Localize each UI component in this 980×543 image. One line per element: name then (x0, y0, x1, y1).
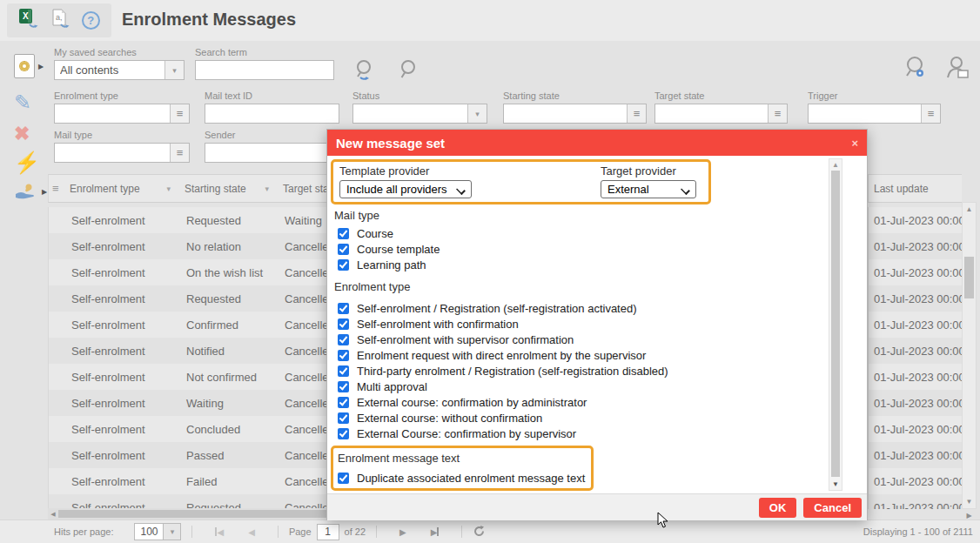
picker-icon[interactable]: ≡ (627, 104, 646, 123)
column-enrolment-type[interactable]: Enrolment type ▾ (64, 175, 179, 202)
checkbox-option[interactable]: External Course: confirmation by supervi… (338, 428, 668, 439)
sort-arrow-icon[interactable]: ▾ (265, 184, 269, 193)
search-refresh-icon[interactable] (353, 57, 378, 87)
checkbox-checked-icon[interactable] (338, 244, 349, 255)
search-term-box[interactable] (195, 60, 334, 80)
text-export-icon[interactable]: a, (50, 8, 72, 34)
page-number-input[interactable] (317, 524, 339, 540)
refresh-icon[interactable] (473, 525, 486, 540)
checkbox-option[interactable]: Duplicate associated enrolment message t… (338, 473, 585, 484)
saved-searches-select[interactable]: ▾ (54, 60, 185, 80)
checkbox-option[interactable]: Multi approval (338, 381, 668, 392)
checkbox-option[interactable]: Learning path (338, 259, 440, 271)
search-term-input[interactable] (196, 61, 333, 79)
column-starting-state[interactable]: Starting state ▾ (179, 175, 278, 202)
picker-icon[interactable]: ≡ (768, 104, 787, 123)
filter-label: Target state (654, 90, 788, 101)
search-icon[interactable] (397, 57, 421, 87)
template-provider-select[interactable]: Include all providers (339, 180, 472, 198)
mail-type-input[interactable]: ≡ (54, 143, 190, 163)
vertical-scrollbar[interactable]: ▲ ▼ (962, 202, 977, 509)
starting-state-input[interactable]: ≡ (503, 104, 647, 124)
sender-input[interactable] (205, 143, 339, 163)
scroll-down-icon[interactable]: ▼ (829, 480, 842, 488)
checkbox-label: Self-enrolment / Registration (self-regi… (357, 302, 637, 315)
first-page-button[interactable]: ◀ (215, 527, 224, 537)
checkbox-option[interactable]: Course (338, 228, 440, 239)
expand-arrow-icon[interactable]: ▶ (42, 188, 47, 196)
checkbox-checked-icon[interactable] (338, 397, 349, 408)
target-provider-label: Target provider (601, 164, 676, 178)
scroll-up-icon[interactable]: ▲ (829, 161, 842, 169)
scrollbar-thumb[interactable] (964, 257, 974, 298)
checkbox-checked-icon[interactable] (338, 412, 349, 424)
checkbox-option[interactable]: External course: without confirmation (338, 412, 668, 424)
delete-icon[interactable]: ✖ (14, 123, 30, 145)
trigger-input[interactable]: ≡ (808, 104, 941, 124)
picker-icon[interactable]: ≡ (921, 104, 940, 123)
checkbox-option[interactable]: Self-enrolment with supervisor confirmat… (338, 334, 668, 345)
chevron-down-icon[interactable]: ▾ (164, 523, 181, 540)
scroll-down-icon[interactable]: ▼ (963, 498, 976, 506)
chevron-down-icon[interactable]: ▾ (164, 61, 184, 79)
column-last-update[interactable]: Last update (868, 175, 963, 202)
cell-starting-state: Concluded (179, 416, 278, 442)
search-settings-icon[interactable] (902, 54, 930, 87)
checkbox-checked-icon[interactable] (338, 381, 349, 392)
ok-button[interactable]: OK (759, 498, 797, 518)
scroll-left-icon[interactable]: ◀ (48, 511, 58, 518)
filter-label: Mail text ID (205, 90, 339, 101)
help-icon[interactable]: ? (82, 11, 100, 30)
dialog-scrollbar[interactable]: ▲ ▼ (829, 158, 842, 491)
checkbox-option[interactable]: Third-party enrolment / Registration (se… (338, 365, 668, 377)
scroll-up-icon[interactable]: ▲ (963, 205, 976, 213)
mail-text-id-input[interactable] (205, 104, 339, 124)
hits-per-page-select[interactable]: 100 ▾ (134, 523, 181, 540)
picker-icon[interactable]: ≡ (170, 104, 189, 123)
picker-icon[interactable]: ≡ (170, 144, 189, 162)
checkbox-option[interactable]: Course template (338, 244, 440, 255)
checkbox-checked-icon[interactable] (338, 428, 349, 439)
close-icon[interactable]: × (851, 137, 858, 150)
checkbox-checked-icon[interactable] (338, 365, 349, 377)
row-drag-cell (49, 207, 64, 233)
cancel-button[interactable]: Cancel (803, 498, 862, 518)
checkbox-checked-icon[interactable] (338, 473, 349, 484)
checkbox-checked-icon[interactable] (338, 303, 349, 314)
checkbox-option[interactable]: Enrolment request with direct enrolment … (338, 350, 668, 361)
expand-arrow-icon[interactable]: ▶ (38, 63, 44, 70)
checkbox-checked-icon[interactable] (338, 334, 349, 345)
lightning-icon[interactable]: ⚡ (14, 151, 40, 175)
checkbox-label: External Course: confirmation by supervi… (357, 427, 576, 440)
filter-label: Enrolment type (54, 90, 190, 101)
enrolment-type-input[interactable]: ≡ (54, 104, 190, 124)
divider (376, 526, 377, 538)
cell-last-update: 01-Jul-2023 00:00 (868, 364, 962, 390)
new-document-icon[interactable]: ▶ (14, 54, 44, 78)
next-page-button[interactable]: ▶ (399, 527, 406, 537)
checkbox-option[interactable]: Self-enrolment with confirmation (338, 318, 668, 330)
search-term-field: Search term (195, 47, 334, 80)
last-page-button[interactable]: ▶ (431, 527, 440, 537)
checkbox-checked-icon[interactable] (338, 228, 349, 239)
checkbox-label: Self-enrolment with confirmation (357, 318, 519, 331)
checkbox-option[interactable]: External course: confirmation by adminis… (338, 397, 668, 408)
target-state-input[interactable]: ≡ (654, 104, 788, 124)
profile-icon[interactable] (943, 54, 971, 87)
excel-export-icon[interactable]: X (18, 8, 41, 34)
dialog-header[interactable]: New message set × (327, 130, 867, 156)
edit-icon[interactable]: ✎ (14, 90, 31, 115)
chevron-down-icon[interactable]: ▾ (467, 104, 487, 123)
checkbox-option[interactable]: Self-enrolment / Registration (self-regi… (338, 303, 668, 314)
scrollbar-thumb[interactable] (831, 171, 840, 477)
sort-arrow-icon[interactable]: ▾ (166, 184, 171, 193)
previous-page-button[interactable]: ◀ (248, 527, 255, 537)
checkbox-checked-icon[interactable] (338, 350, 349, 361)
drag-handle-icon[interactable]: ≡ (49, 182, 64, 195)
target-provider-select[interactable]: External (601, 180, 696, 198)
status-select[interactable]: ▾ (352, 104, 487, 124)
assign-icon[interactable]: ▶ (14, 181, 47, 202)
saved-searches-value[interactable] (55, 61, 164, 79)
checkbox-checked-icon[interactable] (338, 259, 349, 271)
checkbox-checked-icon[interactable] (338, 318, 349, 330)
